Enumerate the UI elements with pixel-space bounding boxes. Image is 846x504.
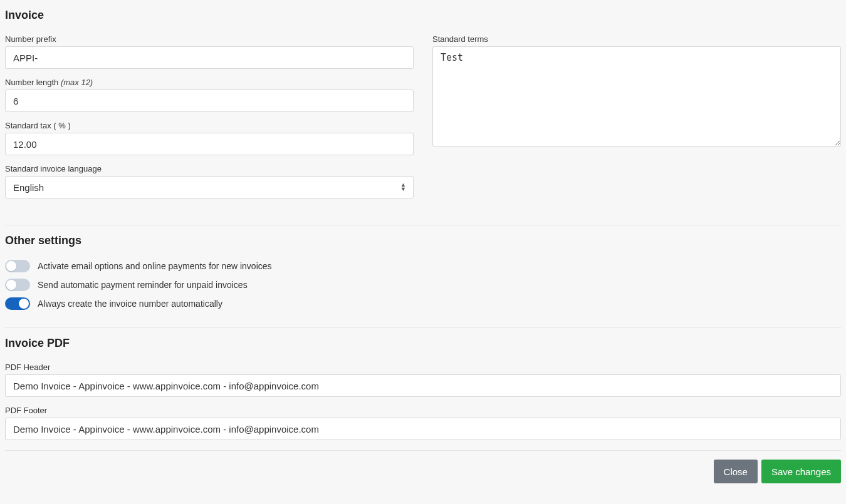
pdf-header-label: PDF Header [5,363,841,372]
toggle-email-options-label: Activate email options and online paymen… [38,261,272,271]
invoice-section-title: Invoice [5,9,841,22]
divider [5,225,841,225]
number-prefix-label: Number prefix [5,34,414,44]
number-length-hint: (max 12) [61,78,93,87]
number-length-label-text: Number length [5,78,58,87]
save-changes-button[interactable]: Save changes [761,460,841,483]
pdf-footer-label: PDF Footer [5,406,841,415]
standard-tax-input[interactable] [5,133,414,155]
standard-language-label: Standard invoice language [5,164,414,173]
divider [5,450,841,451]
close-button[interactable]: Close [714,460,758,483]
standard-language-select[interactable]: English [5,176,414,198]
standard-tax-label: Standard tax ( % ) [5,121,414,130]
toggle-payment-reminder-label: Send automatic payment reminder for unpa… [38,280,248,290]
number-length-input[interactable] [5,90,414,112]
standard-terms-textarea[interactable]: Test [432,46,841,147]
toggle-email-options[interactable] [5,260,30,272]
standard-terms-label: Standard terms [432,34,841,44]
pdf-footer-input[interactable] [5,418,841,440]
other-settings-title: Other settings [5,234,841,247]
pdf-header-input[interactable] [5,374,841,397]
toggle-auto-invoice-number-label: Always create the invoice number automat… [38,299,222,309]
toggle-auto-invoice-number[interactable] [5,297,30,310]
invoice-pdf-title: Invoice PDF [5,337,841,350]
number-prefix-input[interactable] [5,46,414,69]
toggle-payment-reminder[interactable] [5,279,30,291]
number-length-label: Number length (max 12) [5,78,414,87]
divider [5,327,841,328]
